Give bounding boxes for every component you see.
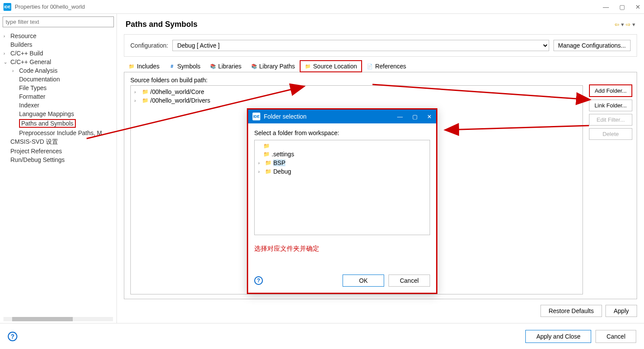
sidebar-item-file-types[interactable]: File Types xyxy=(0,84,117,92)
dialog-folder-label: Debug xyxy=(273,168,291,175)
sidebar-item-run-debug-settings[interactable]: Run/Debug Settings xyxy=(0,155,117,164)
sidebar-item-project-references[interactable]: Project References xyxy=(0,147,117,155)
ide-icon: IDE xyxy=(3,3,11,11)
tab-references[interactable]: 📄References xyxy=(362,60,411,72)
tabs: 📁Includes#Symbols📚Libraries📚Library Path… xyxy=(117,60,644,72)
tab-source-location[interactable]: 📁Source Location xyxy=(300,60,362,72)
dialog-folder-label: BSP xyxy=(273,159,285,166)
dialog-title: Folder selection xyxy=(264,113,397,120)
tab-label: References xyxy=(375,63,406,70)
window-titlebar: IDE Properties for 00hello_world — ▢ ✕ xyxy=(0,0,644,14)
add-folder-button[interactable]: Add Folder... xyxy=(589,84,632,97)
dialog-folder-item[interactable]: 📁.settings xyxy=(255,150,430,158)
sidebar-item-c-c-build[interactable]: ›C/C++ Build xyxy=(0,49,117,58)
dialog-folder-item[interactable]: ›📁Debug xyxy=(255,167,430,176)
sidebar-item-label: C/C++ Build xyxy=(10,50,43,57)
manage-configs-button[interactable]: Manage Configurations... xyxy=(553,40,631,51)
sidebar-item-label: Builders xyxy=(10,41,32,48)
folder-icon: 📁 xyxy=(263,143,270,149)
sidebar-item-cmsis-svd-[interactable]: CMSIS-SVD 设置 xyxy=(0,137,117,147)
link-folder-button[interactable]: Link Folder... xyxy=(589,100,632,111)
nav-back-menu[interactable]: ▾ xyxy=(621,21,624,28)
tab-includes[interactable]: 📁Includes xyxy=(124,60,164,72)
sidebar-item-label: Preprocessor Include Paths, M xyxy=(19,129,102,136)
nav-forward-icon[interactable]: ⇨ xyxy=(626,21,631,28)
tree-arrow-icon: › xyxy=(134,98,140,103)
dialog-minimize-button[interactable]: — xyxy=(397,113,403,120)
tab-symbols[interactable]: #Symbols xyxy=(164,60,205,72)
book-icon: 📚 xyxy=(251,63,257,69)
dialog-footer-bar: ? Apply and Close Cancel xyxy=(0,323,644,349)
apply-and-close-button[interactable]: Apply and Close xyxy=(525,330,591,343)
folder-selection-dialog: IDE Folder selection — ▢ ✕ Select a fold… xyxy=(247,108,437,294)
sidebar-item-language-mappings[interactable]: Language Mappings xyxy=(0,110,117,118)
source-folder-item[interactable]: ›📁/00hello_world/Core xyxy=(131,87,583,96)
source-folder-item[interactable]: ›📁/00hello_world/Drivers xyxy=(131,96,583,105)
sidebar-item-preprocessor-include-paths-m[interactable]: Preprocessor Include Paths, M xyxy=(0,129,117,137)
sidebar-item-builders[interactable]: Builders xyxy=(0,40,117,49)
tab-library-paths[interactable]: 📚Library Paths xyxy=(246,60,300,72)
nav-forward-menu[interactable]: ▾ xyxy=(632,21,635,28)
sidebar-item-label: Resource xyxy=(10,32,36,39)
dialog-folder-item[interactable]: 📁 xyxy=(255,142,430,150)
ide-icon: IDE xyxy=(252,113,260,120)
dialog-folder-tree[interactable]: 📁📁.settings›📁BSP›📁Debug xyxy=(254,140,430,235)
close-button[interactable]: ✕ xyxy=(635,3,641,10)
sidebar-item-label: Language Mappings xyxy=(19,110,74,117)
tab-libraries[interactable]: 📚Libraries xyxy=(205,60,246,72)
dialog-annotation: 选择对应文件夹并确定 xyxy=(248,241,436,270)
tab-label: Includes xyxy=(137,63,159,70)
hash-icon: # xyxy=(169,63,175,69)
filter-input[interactable] xyxy=(3,16,114,27)
sidebar-item-paths-and-symbols[interactable]: Paths and Symbols xyxy=(0,118,117,129)
sidebar-item-label: CMSIS-SVD 设置 xyxy=(10,138,58,146)
maximize-button[interactable]: ▢ xyxy=(619,3,625,10)
tree-arrow-icon: › xyxy=(258,169,263,174)
tab-label: Symbols xyxy=(177,63,201,70)
sidebar-item-resource[interactable]: ›Resource xyxy=(0,32,117,40)
sidebar-item-documentation[interactable]: Documentation xyxy=(0,75,117,84)
config-select[interactable]: Debug [ Active ] xyxy=(172,40,549,51)
dialog-ok-button[interactable]: OK xyxy=(343,275,384,287)
sidebar-tree: ›ResourceBuilders›C/C++ Build⌄C/C++ Gene… xyxy=(0,30,117,315)
sidebar-item-indexer[interactable]: Indexer xyxy=(0,101,117,110)
sidebar-item-label: Code Analysis xyxy=(19,67,58,74)
source-folder-path: /00hello_world/Core xyxy=(150,88,204,95)
dialog-folder-label: .settings xyxy=(272,151,294,158)
config-label: Configuration: xyxy=(130,42,168,49)
apply-button[interactable]: Apply xyxy=(605,305,637,317)
folder-icon: 📁 xyxy=(263,151,270,157)
sidebar-scrollbar[interactable] xyxy=(3,317,113,321)
folder-icon: 📁 xyxy=(129,63,135,69)
tab-label: Source Location xyxy=(313,63,357,70)
sidebar-item-formatter[interactable]: Formatter xyxy=(0,92,117,101)
tree-arrow-icon: › xyxy=(258,160,263,165)
sidebar-item-code-analysis[interactable]: ›Code Analysis xyxy=(0,66,117,75)
cancel-button[interactable]: Cancel xyxy=(595,330,636,343)
dialog-folder-item[interactable]: ›📁BSP xyxy=(255,158,430,167)
folder-icon: 📁 xyxy=(142,97,149,103)
restore-defaults-button[interactable]: Restore Defaults xyxy=(540,305,602,317)
dialog-help-icon[interactable]: ? xyxy=(254,276,263,285)
sidebar-item-label: File Types xyxy=(19,84,47,91)
sidebar-item-label: Indexer xyxy=(19,102,39,109)
tree-arrow-icon: ⌄ xyxy=(3,59,10,65)
sidebar-item-label: Project References xyxy=(10,148,62,155)
minimize-button[interactable]: — xyxy=(603,3,609,10)
sidebar-item-label: Formatter xyxy=(19,93,45,100)
delete-button: Delete xyxy=(589,128,632,140)
dialog-maximize-button[interactable]: ▢ xyxy=(412,113,417,120)
help-icon[interactable]: ? xyxy=(8,332,17,341)
dialog-close-button[interactable]: ✕ xyxy=(427,113,432,120)
right-buttons-column: Add Folder... Link Folder... Edit Filter… xyxy=(589,72,637,299)
folder-icon: 📁 xyxy=(265,168,272,174)
nav-icons: ⇦ ▾ ⇨ ▾ xyxy=(615,21,635,28)
config-bar: Configuration: Debug [ Active ] Manage C… xyxy=(124,34,637,57)
dialog-cancel-button[interactable]: Cancel xyxy=(388,275,430,287)
folder-icon: 📁 xyxy=(265,160,272,166)
nav-back-icon[interactable]: ⇦ xyxy=(615,21,619,28)
sidebar-item-label: Run/Debug Settings xyxy=(10,156,65,163)
sidebar-item-c-c-general[interactable]: ⌄C/C++ General xyxy=(0,58,117,66)
folder-icon: 📁 xyxy=(142,89,149,95)
source-folder-path: /00hello_world/Drivers xyxy=(150,97,210,104)
